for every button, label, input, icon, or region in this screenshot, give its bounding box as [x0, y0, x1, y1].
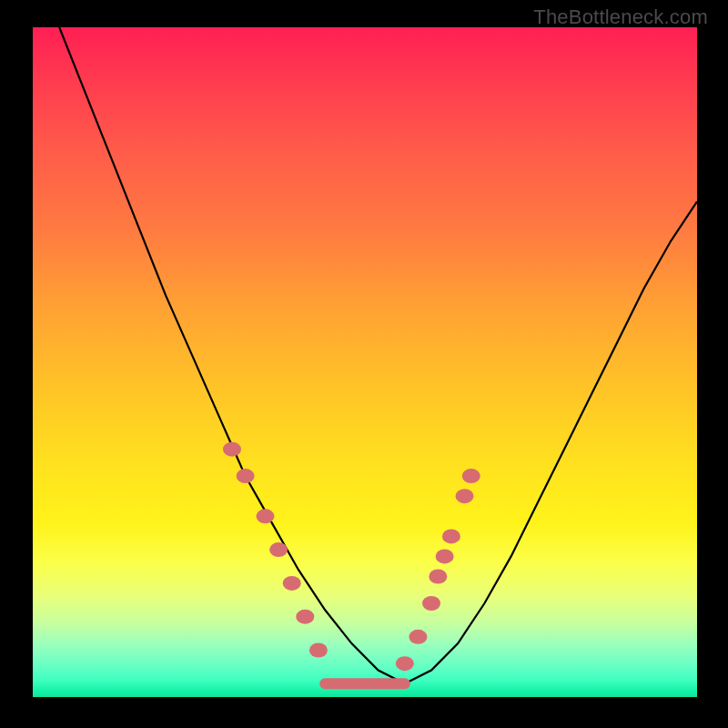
marker-right-2 [422, 596, 440, 611]
marker-right-0 [396, 656, 414, 671]
marker-left-2 [257, 509, 275, 523]
marker-left-4 [283, 576, 301, 591]
marker-left-6 [309, 643, 328, 658]
marker-left-0 [223, 442, 241, 457]
chart-stage: TheBottleneck.com [0, 0, 728, 728]
marker-right-7 [462, 469, 480, 483]
marker-right-5 [442, 529, 460, 543]
marker-right-6 [456, 489, 474, 503]
marker-left-5 [296, 610, 314, 624]
marker-right-1 [409, 630, 427, 644]
marker-right-4 [436, 549, 454, 563]
marker-left-3 [269, 542, 288, 557]
chart-svg [33, 27, 697, 697]
plot-area [33, 27, 697, 697]
bottleneck-curve [59, 27, 697, 683]
marker-right-3 [429, 570, 447, 584]
watermark-text: TheBottleneck.com [533, 5, 708, 29]
marker-left-1 [237, 469, 255, 483]
